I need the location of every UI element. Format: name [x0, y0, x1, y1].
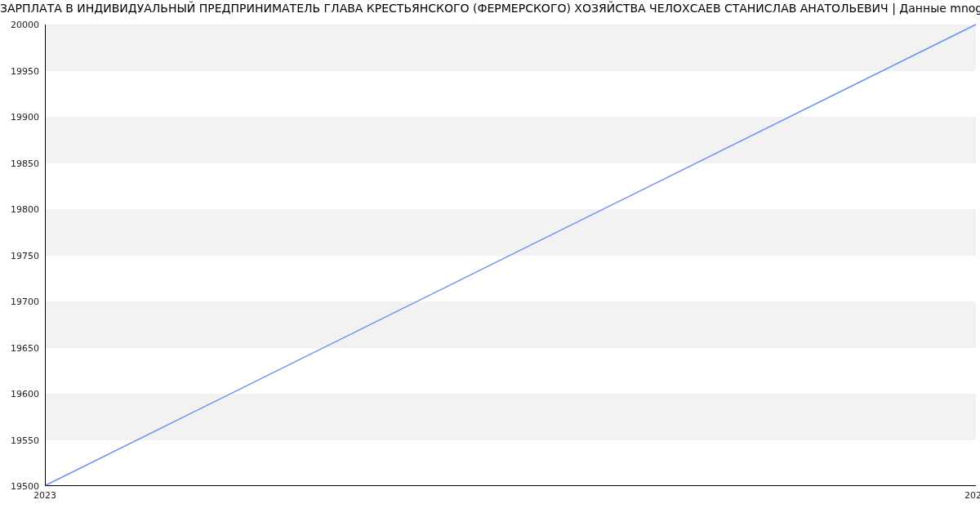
y-tick-label: 19950 — [0, 65, 39, 76]
y-tick-label: 19700 — [0, 297, 39, 307]
y-tick-label: 19850 — [0, 158, 39, 168]
series-line — [46, 25, 976, 485]
y-tick-label: 19600 — [0, 389, 39, 399]
y-tick-label: 19900 — [0, 112, 39, 123]
x-tick-label: 2023 — [33, 490, 56, 501]
y-tick-label: 19550 — [0, 435, 39, 445]
y-tick-label: 19800 — [0, 204, 39, 215]
y-tick-label: 20000 — [0, 20, 39, 30]
x-tick-label: 2024 — [964, 490, 980, 501]
line-layer — [46, 25, 976, 485]
chart-container: ЗАРПЛАТА В ИНДИВИДУАЛЬНЫЙ ПРЕДПРИНИМАТЕЛ… — [0, 0, 980, 531]
y-tick-label: 19750 — [0, 250, 39, 261]
plot-area — [45, 25, 976, 486]
chart-title: ЗАРПЛАТА В ИНДИВИДУАЛЬНЫЙ ПРЕДПРИНИМАТЕЛ… — [0, 2, 980, 15]
y-tick-label: 19650 — [0, 342, 39, 353]
